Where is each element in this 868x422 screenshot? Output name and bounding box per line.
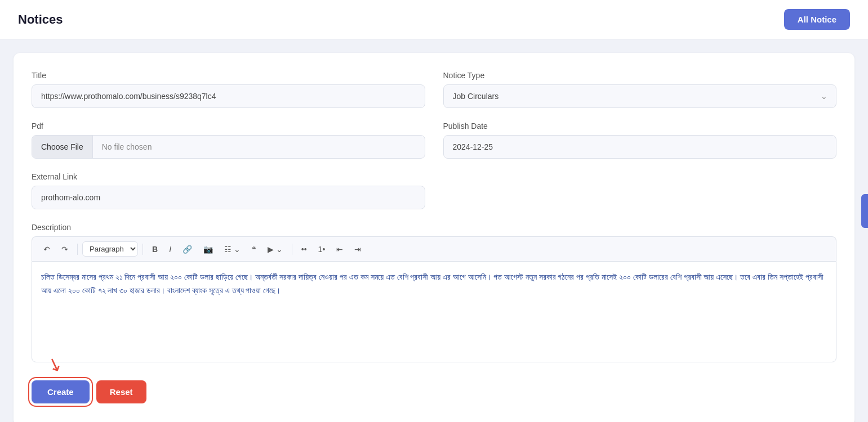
paragraph-style-select[interactable]: Paragraph Heading 1 Heading 2 Heading 3 — [82, 241, 138, 257]
table-button[interactable]: ☷ ⌄ — [220, 243, 245, 256]
bullet-list-button[interactable]: •• — [297, 243, 311, 256]
row-external-link: External Link — [32, 172, 425, 209]
external-link-group: External Link — [32, 172, 425, 209]
toolbar-divider-2 — [143, 244, 143, 255]
media-button[interactable]: ▶ ⌄ — [263, 243, 287, 256]
indent-increase-button[interactable]: ⇥ — [350, 243, 366, 256]
description-section: Description ↶ ↷ Paragraph Heading 1 Head… — [32, 223, 836, 362]
link-button[interactable]: 🔗 — [178, 243, 197, 256]
page-wrapper: Notices All Notice Title Notice Type Job… — [0, 0, 868, 422]
undo-button[interactable]: ↶ — [39, 243, 55, 256]
notice-type-group: Notice Type Job Circulars General Notice… — [443, 71, 837, 108]
all-notice-button[interactable]: All Notice — [784, 9, 850, 30]
reset-button[interactable]: Reset — [96, 380, 146, 403]
toolbar-divider-1 — [77, 244, 78, 255]
description-label: Description — [32, 223, 836, 232]
external-link-input[interactable] — [32, 186, 425, 209]
notice-type-select-wrapper: Job Circulars General Notice Tender Noti… — [443, 84, 837, 108]
pdf-label: Pdf — [32, 122, 425, 131]
file-name-display: No file chosen — [93, 136, 161, 158]
external-link-label: External Link — [32, 172, 425, 181]
italic-button[interactable]: I — [164, 243, 176, 256]
form-container: Title Notice Type Job Circulars General … — [14, 53, 854, 422]
header-bar: Notices All Notice — [0, 0, 868, 39]
page-title: Notices — [18, 12, 63, 27]
bold-button[interactable]: B — [148, 243, 162, 256]
ordered-list-button[interactable]: 1• — [314, 243, 330, 256]
publish-date-label: Publish Date — [443, 122, 837, 131]
title-input[interactable] — [32, 84, 425, 108]
publish-date-input[interactable] — [443, 135, 837, 159]
editor-toolbar: ↶ ↷ Paragraph Heading 1 Heading 2 Headin… — [32, 236, 836, 261]
indent-decrease-button[interactable]: ⇤ — [332, 243, 348, 256]
blockquote-button[interactable]: ❝ — [247, 243, 261, 256]
choose-file-button[interactable]: Choose File — [32, 136, 93, 158]
toolbar-divider-3 — [292, 244, 292, 255]
notice-type-select[interactable]: Job Circulars General Notice Tender Noti… — [443, 84, 837, 108]
file-input-wrapper: Choose File No file chosen — [32, 135, 425, 159]
create-button[interactable]: Create — [32, 380, 90, 403]
pdf-group: Pdf Choose File No file chosen — [32, 122, 425, 159]
row-title-noticetype: Title Notice Type Job Circulars General … — [32, 71, 836, 108]
redo-button[interactable]: ↷ — [57, 243, 73, 256]
row-pdf-date: Pdf Choose File No file chosen Publish D… — [32, 122, 836, 159]
image-button[interactable]: 📷 — [199, 243, 217, 256]
editor-content[interactable]: চলিত ডিসেম্বর মাসের প্রথম ২১ দিনে প্রবাস… — [32, 261, 836, 362]
publish-date-group: Publish Date — [443, 122, 837, 159]
title-label: Title — [32, 71, 425, 80]
scrollbar-indicator[interactable] — [861, 194, 868, 228]
form-actions: ↘ Create Reset — [32, 380, 836, 403]
notice-type-label: Notice Type — [443, 71, 837, 80]
title-group: Title — [32, 71, 425, 108]
